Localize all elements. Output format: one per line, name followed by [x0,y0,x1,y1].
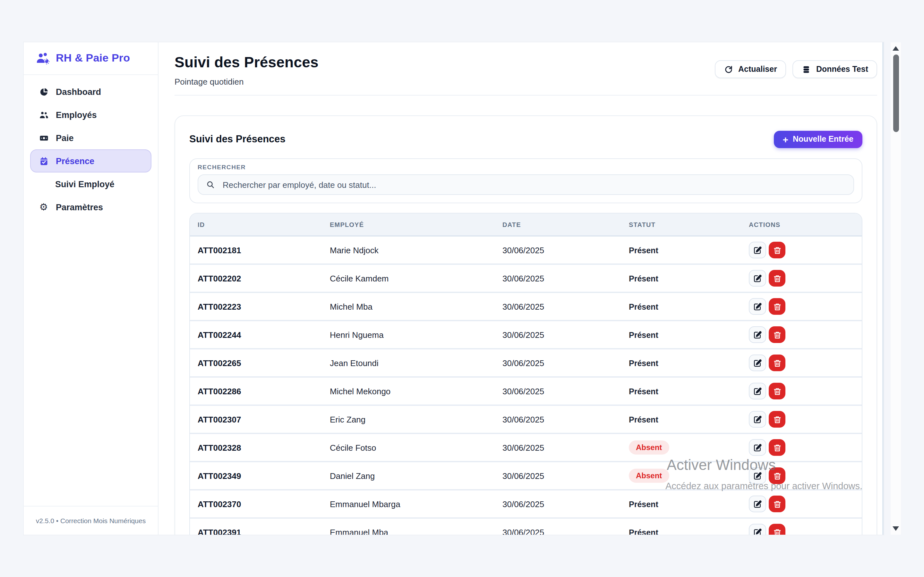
employee-name: Marie Ndjock [330,245,502,255]
edit-button[interactable] [749,298,766,315]
delete-button[interactable] [769,411,785,428]
vertical-scrollbar[interactable] [891,42,901,535]
employee-name: Jean Etoundi [330,358,502,367]
users-icon [39,110,49,120]
sidebar-item-label: Paie [56,133,74,143]
edit-button[interactable] [749,524,766,535]
edit-button[interactable] [749,326,766,343]
attendance-id: ATT002349 [198,471,330,480]
delete-button[interactable] [769,439,785,456]
sidebar-item-paie[interactable]: Paie [30,126,152,149]
sidebar-item-label: Paramètres [56,202,103,212]
column-header-employe: EMPLOYÉ [330,221,502,228]
status-cell: Présent [629,301,749,312]
attendance-date: 30/06/2025 [502,414,629,424]
scrollbar-thumb[interactable] [893,55,899,132]
attendance-id: ATT002202 [198,274,330,283]
page-subtitle: Pointage quotidien [174,77,318,87]
card-title: Suivi des Présences [189,133,286,145]
attendance-id: ATT002181 [198,245,330,255]
refresh-button[interactable]: Actualiser [714,60,786,78]
attendance-date: 30/06/2025 [502,274,629,283]
delete-button[interactable] [769,298,785,315]
status-badge: Absent [629,469,669,483]
status-badge: Présent [629,500,658,509]
edit-button[interactable] [749,242,766,258]
sidebar-item-suivi-employe[interactable]: Suivi Employé [30,172,152,195]
delete-button[interactable] [769,524,785,535]
attendance-date: 30/06/2025 [502,358,629,367]
sidebar-nav: Dashboard Employés [24,75,158,219]
edit-button[interactable] [749,411,766,428]
scrollbar-down-arrow-icon[interactable] [893,526,899,531]
edit-pencil-icon [752,386,762,396]
gear-icon: ⚙ [39,202,49,212]
edit-button[interactable] [749,355,766,371]
table-row: ATT002202 Cécile Kamdem 30/06/2025 Prése… [190,265,862,293]
edit-button[interactable] [749,270,766,287]
refresh-icon [724,64,734,74]
sidebar-item-presence[interactable]: Présence [30,149,152,172]
sidebar-item-label: Suivi Employé [55,179,115,189]
attendance-id: ATT002265 [198,358,330,367]
search-input[interactable] [221,179,846,190]
sidebar-item-label: Employés [56,110,97,119]
attendance-date: 30/06/2025 [502,386,629,396]
sidebar: RH & Paie Pro Dashboard [24,42,158,535]
edit-pencil-icon [752,330,762,340]
edit-pencil-icon [752,301,762,311]
edit-button[interactable] [749,439,766,456]
test-data-button[interactable]: Données Test [792,60,877,78]
trash-icon [772,386,782,396]
status-badge: Présent [629,387,658,396]
page-title: Suivi des Présences [174,54,318,71]
trash-icon [772,245,782,255]
sidebar-version-footer: v2.5.0 • Correction Mois Numériques [24,506,158,535]
new-entry-button[interactable]: + Nouvelle Entrée [774,131,863,148]
delete-button[interactable] [769,496,785,512]
edit-pencil-icon [752,414,762,424]
status-cell: Absent [629,440,749,455]
attendance-id: ATT002391 [198,527,330,535]
trash-icon [772,330,782,340]
edit-button[interactable] [749,383,766,400]
status-badge: Absent [629,440,669,455]
sidebar-item-label: Présence [56,156,94,166]
edit-button[interactable] [749,496,766,512]
edit-pencil-icon [752,499,762,509]
attendance-date: 30/06/2025 [502,301,629,311]
search-icon [205,179,216,190]
attendance-date: 30/06/2025 [502,471,629,480]
attendance-date: 30/06/2025 [502,245,629,255]
table-row: ATT002223 Michel Mba 30/06/2025 Présent [190,293,862,321]
sidebar-item-parametres[interactable]: ⚙ Paramètres [30,195,152,219]
delete-button[interactable] [769,242,785,258]
table-row: ATT002244 Henri Nguema 30/06/2025 Présen… [190,321,862,350]
edit-pencil-icon [752,442,762,453]
sidebar-item-employes[interactable]: Employés [30,103,152,126]
delete-button[interactable] [769,326,785,343]
table-row: ATT002391 Emmanuel Mba 30/06/2025 Présen… [190,519,862,535]
brand-users-gear-icon [35,51,51,66]
scrollbar-up-arrow-icon[interactable] [893,46,899,51]
attendance-id: ATT002286 [198,386,330,396]
actions-cell [749,298,854,315]
employee-name: Emmanuel Mba [330,527,502,535]
windows-watermark-title: Activer Windows [667,456,776,474]
attendance-id: ATT002370 [198,499,330,509]
pie-chart-icon [39,87,49,97]
status-badge: Présent [629,359,658,368]
sidebar-item-dashboard[interactable]: Dashboard [30,80,152,103]
column-header-date: DATE [502,221,629,228]
trash-icon [772,301,782,311]
status-cell: Présent [629,244,749,256]
employee-name: Eric Zang [330,414,502,424]
delete-button[interactable] [769,270,785,287]
delete-button[interactable] [769,355,785,371]
status-badge: Présent [629,331,658,340]
actions-cell [749,496,854,512]
delete-button[interactable] [769,383,785,400]
trash-icon [772,442,782,453]
attendance-id: ATT002223 [198,301,330,311]
actions-cell [749,439,854,456]
